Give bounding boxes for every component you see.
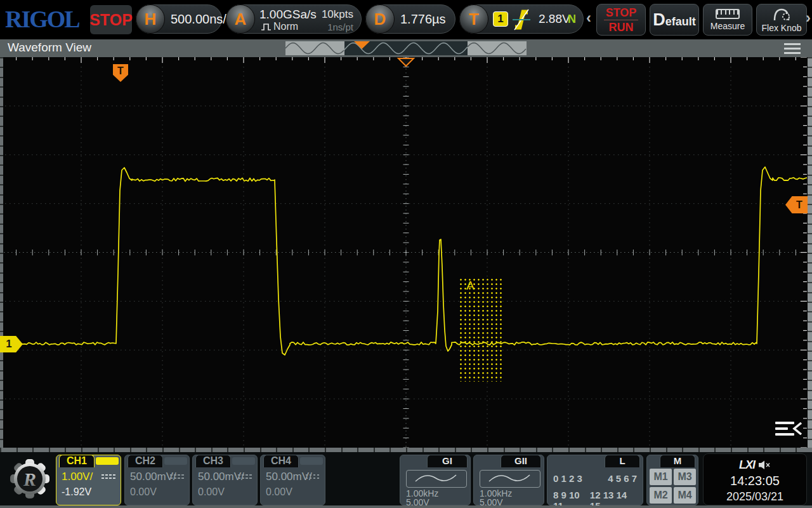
math-card[interactable]: M M1 M3 M2 M4 — [646, 455, 698, 505]
clock-panel[interactable]: LXI 14:23:05 2025/03/21 — [703, 453, 807, 505]
rising-edge-icon — [512, 8, 531, 32]
acquire-mode: Norm — [273, 21, 298, 32]
horizontal-scale-value: 500.00ns/ — [171, 5, 226, 33]
clock-time: 14:23:05 — [704, 474, 806, 488]
run-state-badge: STOP — [90, 5, 132, 34]
waveform-plot — [0, 57, 812, 448]
ch3-scale: 50.00mV/ — [198, 471, 244, 483]
logic-channels-card[interactable]: L 0 1 2 3 4 5 6 7 8 9 10 11 12 13 14 15 — [547, 455, 643, 505]
lxi-logo: LXI — [739, 458, 755, 472]
trigger-sweep-mode: N — [568, 5, 576, 33]
ch3-tab: CH3 — [195, 455, 231, 467]
trigger-knob-icon[interactable]: T — [459, 4, 488, 34]
flex-knob-label: Flex Knob — [761, 23, 801, 33]
sample-resolution: 1ns/pt — [327, 22, 353, 32]
top-status-bar: RIGOL STOP H 500.00ns/ A 1.00GSa/s 10kpt… — [0, 0, 812, 39]
math-m1-button[interactable]: M1 — [650, 469, 672, 485]
pulse-icon — [261, 22, 272, 31]
menu-collapse-icon[interactable] — [775, 422, 803, 438]
stop-run-button[interactable]: STOP RUN — [596, 4, 646, 36]
gen1-tab: GI — [427, 455, 468, 467]
ch1-offset: -1.92V — [62, 486, 91, 498]
gen2-tab: GII — [501, 455, 541, 467]
sample-rate: 1.00GSa/s — [259, 8, 317, 22]
rigol-gear-logo[interactable]: R — [6, 454, 53, 504]
ch1-scale: 1.00V/ — [62, 471, 93, 483]
flex-knob-button[interactable]: Flex Knob — [756, 4, 807, 36]
rigol-logo: RIGOL — [5, 5, 79, 33]
bottom-ruler-rail — [0, 448, 812, 452]
logic-tab: L — [605, 455, 640, 467]
trigger-level-value: 2.88V — [539, 5, 570, 33]
oscilloscope-screen: RIGOL STOP H 500.00ns/ A 1.00GSa/s 10kpt… — [0, 0, 812, 508]
waveform-view-tab[interactable]: Waveform View — [8, 41, 91, 55]
logic-group-0-3: 0 1 2 3 — [553, 473, 582, 484]
chevron-left-glyph — [792, 422, 802, 435]
acquisition-minimap[interactable] — [285, 41, 527, 55]
ch4-offset: 0.00V — [266, 486, 292, 498]
ruler-icon — [716, 9, 740, 19]
horizontal-scale-pill[interactable]: H 500.00ns/ — [136, 4, 222, 34]
bottom-status-bar: R CH1 1.00V/ -1.92V CH2 50.00mV/ 0.00V C… — [0, 452, 812, 505]
chevron-left-icon[interactable]: ‹ — [586, 9, 591, 27]
acquire-knob-icon[interactable]: A — [226, 4, 255, 34]
stop-label: STOP — [606, 6, 637, 19]
ch2-offset: 0.00V — [130, 486, 157, 498]
delay-knob-icon[interactable]: D — [365, 4, 395, 34]
ch1-tab: CH1 — [59, 455, 95, 467]
horizontal-knob-icon[interactable]: H — [136, 4, 165, 34]
ch4-tab: CH4 — [263, 455, 299, 467]
right-scrollbar-rail[interactable] — [808, 57, 812, 448]
measure-button[interactable]: Measure — [703, 4, 752, 36]
gen2-card[interactable]: GII 1.00kHz 5.00V — [473, 455, 544, 505]
acquisition-pill[interactable]: A 1.00GSa/s 10kpts Norm 1ns/pt — [226, 4, 362, 34]
ch1-active-strip — [96, 457, 119, 465]
bottom-bezel-strip — [0, 505, 812, 508]
gen1-card[interactable]: GI 1.00kHz 5.00V — [400, 455, 471, 505]
knob-icon — [771, 7, 792, 21]
ch3-card[interactable]: CH3 50.00mV/ 0.00V — [192, 455, 258, 505]
dc-coupling-icon — [306, 474, 320, 481]
sine-wave-icon — [406, 470, 467, 488]
ch2-scale: 50.00mV/ — [130, 471, 176, 483]
logic-group-4-7: 4 5 6 7 — [608, 473, 637, 484]
dc-coupling-icon — [238, 474, 252, 481]
chevron-right-icon[interactable]: › — [806, 9, 811, 27]
tab-menu-icon[interactable] — [784, 43, 801, 57]
default-button[interactable]: Default — [650, 4, 699, 36]
ch4-card[interactable]: CH4 50.00mV/ 0.00V — [260, 455, 325, 505]
default-label: Default — [653, 10, 696, 30]
delay-pill[interactable]: D 1.776µs — [365, 4, 455, 34]
math-m2-button[interactable]: M2 — [650, 487, 672, 504]
delay-value: 1.776µs — [400, 5, 446, 33]
left-ruler-rail — [0, 57, 3, 448]
ch3-offset: 0.00V — [198, 486, 225, 498]
ch2-card[interactable]: CH2 50.00mV/ 0.00V — [124, 455, 190, 505]
view-tab-bar: Waveform View — [0, 39, 812, 57]
math-tab: M — [660, 455, 695, 467]
sine-wave-icon — [480, 470, 540, 488]
memory-depth: 10kpts — [322, 8, 353, 21]
run-label: RUN — [609, 21, 634, 34]
svg-text:R: R — [23, 469, 36, 490]
math-m3-button[interactable]: M3 — [674, 469, 696, 485]
clock-date: 2025/03/21 — [704, 490, 806, 504]
speaker-muted-icon — [758, 460, 771, 470]
math-m4-button[interactable]: M4 — [674, 487, 696, 504]
divider — [604, 20, 638, 20]
ch1-card[interactable]: CH1 1.00V/ -1.92V — [56, 455, 121, 505]
measure-label: Measure — [710, 21, 745, 31]
trigger-pill[interactable]: T 1 2.88V N — [459, 4, 584, 34]
dc-coupling-icon — [170, 474, 184, 481]
ch4-scale: 50.00mV/ — [266, 471, 312, 483]
trigger-source-badge: 1 — [493, 11, 508, 27]
ch2-tab: CH2 — [128, 455, 163, 467]
dc-coupling-icon — [102, 474, 115, 481]
